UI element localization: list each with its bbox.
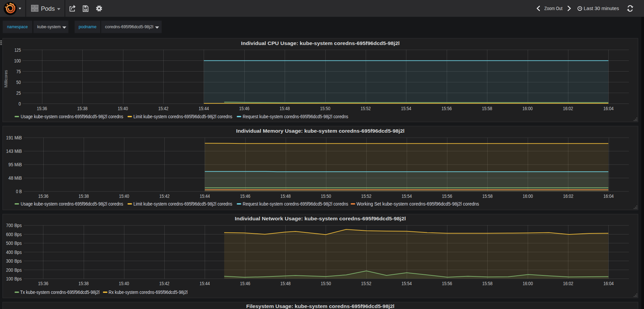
svg-text:48 MiB: 48 MiB [8, 175, 22, 181]
svg-text:15:56: 15:56 [442, 281, 452, 286]
svg-text:15:40: 15:40 [119, 193, 129, 199]
svg-text:15:52: 15:52 [361, 193, 372, 199]
svg-text:Rx kube-system coredns-695f96d: Rx kube-system coredns-695f96dcd5-98j2l [109, 290, 188, 295]
svg-text:15:40: 15:40 [119, 281, 129, 286]
svg-text:Limit kube-system coredns-695f: Limit kube-system coredns-695f96dcd5-98j… [133, 201, 232, 207]
svg-text:15:56: 15:56 [442, 193, 452, 199]
svg-text:Usage kube-system coredns-695f: Usage kube-system coredns-695f96dcd5-98j… [21, 201, 123, 207]
svg-text:Filesystem Usage: kube-system: Filesystem Usage: kube-system coredns-69… [246, 303, 395, 309]
svg-text:700 Bps: 700 Bps [6, 223, 22, 228]
svg-text:300 Bps: 300 Bps [6, 258, 22, 264]
svg-text:15:46: 15:46 [240, 281, 250, 286]
svg-text:0 B: 0 B [16, 189, 22, 194]
svg-text:Millicores: Millicores [4, 70, 8, 87]
svg-text:200 Bps: 200 Bps [6, 267, 22, 273]
svg-text:16:02: 16:02 [563, 193, 573, 199]
svg-text:600 Bps: 600 Bps [6, 232, 22, 237]
svg-text:Tx kube-system coredns-695f96d: Tx kube-system coredns-695f96dcd5-98j2l [20, 290, 99, 295]
svg-text:Pods: Pods [41, 5, 55, 12]
svg-text:95 MiB: 95 MiB [8, 162, 22, 167]
svg-text:15:50: 15:50 [321, 281, 331, 286]
svg-text:15:50: 15:50 [321, 193, 331, 199]
svg-text:16:00: 16:00 [523, 193, 533, 199]
svg-text:15:54: 15:54 [402, 281, 412, 286]
svg-text:15:38: 15:38 [77, 106, 88, 111]
svg-text:15:36: 15:36 [38, 193, 49, 199]
svg-text:Limit kube-system coredns-695f: Limit kube-system coredns-695f96dcd5-98j… [133, 114, 232, 119]
svg-text:namespace: namespace [7, 24, 28, 29]
svg-text:16:04: 16:04 [603, 106, 614, 111]
svg-text:15:42: 15:42 [159, 281, 170, 286]
svg-text:15:44: 15:44 [200, 193, 210, 199]
svg-text:Zoom Out: Zoom Out [545, 6, 563, 11]
svg-text:400 Bps: 400 Bps [6, 250, 22, 255]
svg-text:15:58: 15:58 [482, 281, 493, 286]
svg-text:Individual Network Usage: kube: Individual Network Usage: kube-system co… [235, 216, 406, 221]
svg-text:100: 100 [14, 58, 21, 63]
svg-text:0: 0 [18, 101, 21, 106]
svg-text:15:58: 15:58 [482, 193, 493, 199]
svg-text:15:48: 15:48 [280, 281, 291, 286]
svg-text:podname: podname [79, 24, 96, 29]
svg-text:16:02: 16:02 [563, 106, 573, 111]
svg-text:15:38: 15:38 [78, 281, 89, 286]
svg-text:Request kube-system coredns-69: Request kube-system coredns-695f96dcd5-9… [243, 201, 348, 207]
svg-text:25: 25 [16, 90, 21, 96]
svg-text:15:58: 15:58 [482, 106, 492, 111]
svg-text:kube-system: kube-system [37, 24, 61, 29]
svg-text:50: 50 [16, 80, 21, 85]
svg-text:16:04: 16:04 [603, 281, 614, 286]
svg-text:15:42: 15:42 [158, 106, 169, 111]
svg-text:15:52: 15:52 [361, 281, 371, 286]
svg-text:125: 125 [14, 47, 21, 53]
svg-text:Last 30 minutes: Last 30 minutes [584, 6, 619, 11]
svg-text:Working Set kube-system coredn: Working Set kube-system coredns-695f96dc… [357, 201, 479, 207]
svg-text:Request kube-system coredns-69: Request kube-system coredns-695f96dcd5-9… [243, 114, 348, 119]
svg-text:Individual Memory Usage: kube-: Individual Memory Usage: kube-system cor… [236, 128, 405, 134]
svg-text:15:54: 15:54 [401, 106, 411, 111]
svg-text:75: 75 [16, 69, 21, 74]
svg-text:15:54: 15:54 [402, 193, 412, 199]
svg-text:15:52: 15:52 [361, 106, 371, 111]
svg-text:15:36: 15:36 [37, 106, 47, 111]
svg-text:143 MiB: 143 MiB [6, 148, 22, 154]
svg-text:16:00: 16:00 [522, 106, 533, 111]
svg-text:15:46: 15:46 [239, 106, 249, 111]
svg-text:15:40: 15:40 [118, 106, 128, 111]
svg-text:Individual CPU Usage: kube-sys: Individual CPU Usage: kube-system coredn… [241, 40, 400, 46]
svg-text:15:44: 15:44 [200, 281, 210, 286]
svg-text:15:48: 15:48 [280, 193, 291, 199]
svg-text:15:56: 15:56 [441, 106, 452, 111]
svg-text:15:46: 15:46 [240, 193, 250, 199]
svg-text:15:44: 15:44 [199, 106, 209, 111]
svg-text:16:02: 16:02 [563, 281, 573, 286]
svg-text:16:00: 16:00 [523, 281, 533, 286]
svg-text:16:04: 16:04 [603, 193, 614, 199]
svg-text:500 Bps: 500 Bps [6, 240, 22, 246]
svg-text:coredns-695f96dcd5-98j2l: coredns-695f96dcd5-98j2l [105, 24, 153, 29]
svg-text:191 MiB: 191 MiB [6, 135, 22, 140]
svg-text:15:50: 15:50 [320, 106, 330, 111]
svg-text:100 Bps: 100 Bps [6, 276, 22, 281]
svg-text:15:42: 15:42 [159, 193, 170, 199]
svg-text:15:36: 15:36 [38, 281, 48, 286]
svg-text:Usage kube-system coredns-695f: Usage kube-system coredns-695f96dcd5-98j… [21, 114, 123, 119]
svg-text:15:38: 15:38 [79, 193, 89, 199]
svg-text:15:48: 15:48 [280, 106, 290, 111]
